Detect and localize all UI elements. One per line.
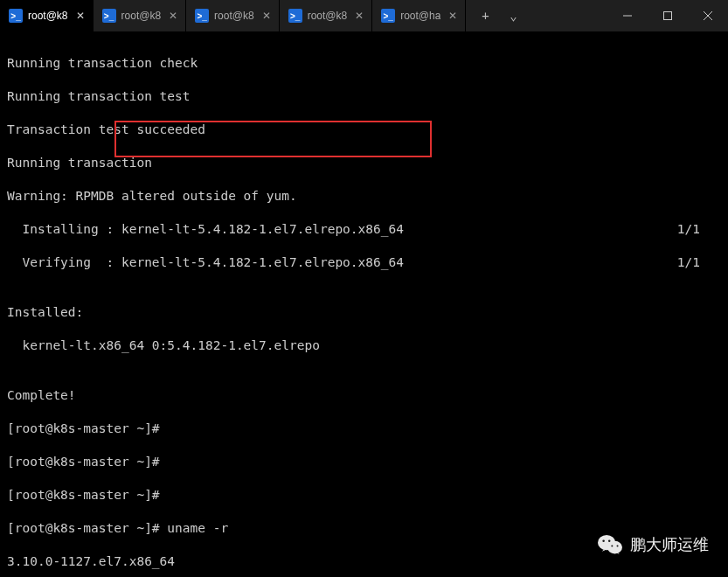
tab-4[interactable]: >_ root@ha ✕ — [372, 0, 466, 31]
svg-point-9 — [617, 546, 619, 547]
terminal-output[interactable]: Running transaction check Running transa… — [0, 31, 728, 577]
watermark-text: 鹏大师运维 — [630, 534, 709, 555]
window-controls — [607, 0, 728, 31]
close-icon[interactable]: ✕ — [73, 9, 87, 23]
wechat-icon — [598, 533, 622, 556]
powershell-icon: >_ — [102, 9, 116, 23]
close-icon[interactable]: ✕ — [260, 9, 274, 23]
prompt-line: [root@k8s-master ~]# — [7, 487, 721, 504]
output-line: Running transaction check — [7, 55, 721, 72]
watermark: 鹏大师运维 — [598, 533, 709, 556]
powershell-icon: >_ — [288, 9, 302, 23]
output-line: Verifying : kernel-lt-5.4.182-1.el7.elre… — [7, 254, 721, 271]
output-line: Transaction test succeeded — [7, 122, 721, 138]
close-icon[interactable]: ✕ — [352, 9, 366, 23]
powershell-icon: >_ — [195, 9, 209, 23]
svg-point-8 — [611, 546, 613, 547]
tab-title: root@k8 — [121, 10, 162, 22]
powershell-icon: >_ — [381, 9, 395, 23]
svg-point-7 — [608, 539, 610, 541]
tab-3[interactable]: >_ root@k8 ✕ — [280, 0, 373, 31]
tab-title: root@ha — [400, 10, 440, 22]
svg-point-6 — [602, 539, 604, 541]
tab-title: root@k8 — [308, 10, 348, 22]
install-progress: 1/1 — [677, 221, 721, 238]
install-line-left: Installing : kernel-lt-5.4.182-1.el7.elr… — [7, 221, 404, 238]
tab-0[interactable]: >_ root@k8 ✕ — [0, 0, 94, 31]
tab-strip: >_ root@k8 ✕ >_ root@k8 ✕ >_ root@k8 ✕ >… — [0, 0, 466, 31]
prompt-line: [root@k8s-master ~]# — [7, 421, 721, 437]
svg-rect-1 — [664, 12, 672, 20]
tab-1[interactable]: >_ root@k8 ✕ — [94, 0, 187, 31]
output-line: Installed: — [7, 304, 721, 321]
output-line: Complete! — [7, 387, 721, 404]
output-line: kernel-lt.x86_64 0:5.4.182-1.el7.elrepo — [7, 337, 721, 354]
output-line: Running transaction — [7, 155, 721, 171]
tab-title: root@k8 — [214, 10, 254, 22]
title-bar: >_ root@k8 ✕ >_ root@k8 ✕ >_ root@k8 ✕ >… — [0, 0, 728, 31]
tab-actions: + ⌄ — [466, 0, 527, 31]
title-bar-drag-area[interactable] — [527, 0, 607, 31]
tab-dropdown-button[interactable]: ⌄ — [499, 0, 527, 31]
minimize-button[interactable] — [607, 0, 648, 31]
close-icon[interactable]: ✕ — [166, 9, 180, 23]
powershell-icon: >_ — [9, 9, 23, 23]
tab-2[interactable]: >_ root@k8 ✕ — [186, 0, 280, 31]
maximize-button[interactable] — [648, 0, 688, 31]
output-line: Installing : kernel-lt-5.4.182-1.el7.elr… — [7, 221, 721, 238]
verify-progress: 1/1 — [677, 254, 721, 271]
tab-title: root@k8 — [28, 10, 68, 22]
prompt-line: [root@k8s-master ~]# — [7, 454, 721, 470]
close-window-button[interactable] — [688, 0, 728, 31]
output-line: Running transaction test — [7, 88, 721, 105]
svg-point-5 — [607, 541, 622, 554]
output-line: Warning: RPMDB altered outside of yum. — [7, 188, 721, 205]
new-tab-button[interactable]: + — [471, 0, 499, 31]
verify-line-left: Verifying : kernel-lt-5.4.182-1.el7.elre… — [7, 254, 404, 271]
close-icon[interactable]: ✕ — [446, 9, 460, 23]
